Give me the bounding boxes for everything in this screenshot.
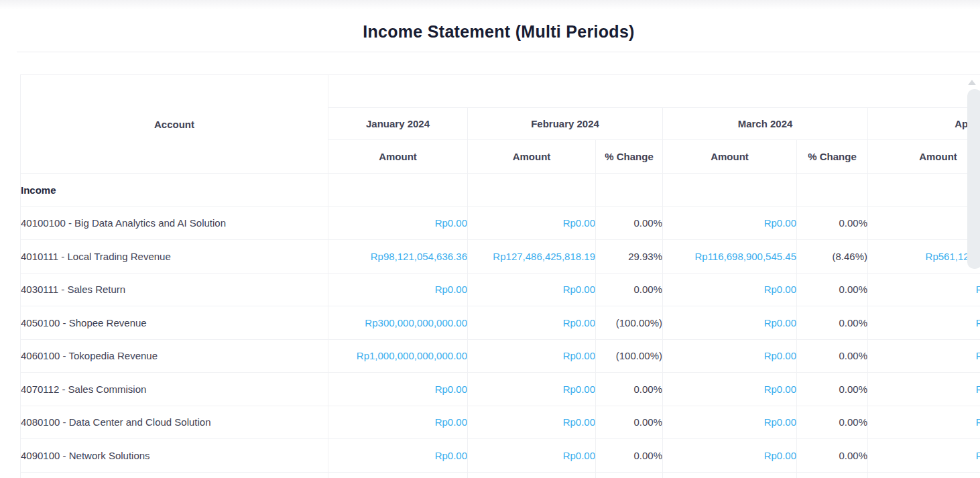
page-title: Income Statement (Multi Periods) — [0, 22, 980, 42]
amount-cell: Rp0.00 — [468, 306, 596, 340]
period-header-january: January 2024 — [328, 108, 468, 140]
amount-cell: Rp0.00 — [663, 439, 797, 473]
change-cell: 0.00% — [797, 306, 868, 340]
top-fade-strip — [0, 0, 980, 9]
table-row: 4070112 - Sales Commision Rp0.00 Rp0.00 … — [21, 373, 980, 406]
table-row: 4050100 - Shopee Revenue Rp300,000,000,0… — [21, 306, 980, 340]
amount-cell: Rp0.00 — [663, 406, 797, 439]
table-row: 4010111 - Local Trading Revenue Rp98,121… — [21, 240, 980, 274]
amount-cell: Rp561,122,462,33 — [868, 240, 980, 274]
amount-cell — [868, 174, 980, 207]
amount-cell: Rp1,000,000,000,000.00 — [328, 339, 468, 373]
column-header-mar-change: % Change — [797, 140, 868, 174]
amount-cell: Rp98,121,054,636.36 — [328, 240, 468, 274]
amount-cell: Rp0.00 — [868, 206, 980, 240]
amount-cell: Rp0.00 — [468, 373, 596, 406]
amount-cell: Rp127,486,425,818.19 — [468, 240, 596, 274]
account-cell: 4070112 - Sales Commision — [21, 373, 328, 406]
table-row: 4090100 - Network Solutions Rp0.00 Rp0.0… — [21, 439, 980, 473]
amount-cell: Rp0.00 — [868, 339, 980, 373]
table-row: 40100100 - Big Data Analytics and AI Sol… — [21, 206, 980, 240]
amount-cell: Rp0.00 — [328, 206, 468, 240]
account-cell: 40100100 - Big Data Analytics and AI Sol… — [21, 206, 328, 240]
header-blank-cell — [328, 75, 980, 108]
change-cell — [797, 174, 868, 207]
change-cell: 0.00% — [596, 439, 663, 473]
scroll-up-arrow-icon[interactable] — [968, 80, 976, 85]
amount-cell: Rp0.00 — [868, 406, 980, 439]
account-cell: 4050100 - Shopee Revenue — [21, 306, 328, 340]
column-header-mar-amount: Amount — [663, 140, 797, 174]
amount-cell: Rp0.00 — [663, 273, 797, 306]
amount-cell: Rp0.00 — [868, 439, 980, 473]
amount-cell — [663, 174, 797, 207]
change-cell: 0.00% — [797, 373, 868, 406]
amount-cell: Rp0.00 — [663, 339, 797, 373]
amount-cell: Rp0.00 — [328, 373, 468, 406]
amount-cell: Rp0.00 — [663, 306, 797, 340]
change-cell: 0.00% — [797, 206, 868, 240]
vertical-scrollbar-thumb[interactable] — [967, 89, 980, 269]
amount-cell: Rp300,000,000,000.00 — [328, 306, 468, 340]
column-header-feb-amount: Amount — [468, 140, 596, 174]
amount-cell: Rp0.00 — [468, 206, 596, 240]
period-header-march: March 2024 — [663, 108, 868, 140]
change-cell: 0.00% — [797, 439, 868, 473]
amount-cell: Rp0.00 — [328, 273, 468, 306]
change-cell: 0.00% — [596, 273, 663, 306]
report-table-viewport: Account January 2024 February 2024 March… — [20, 74, 980, 478]
income-statement-table: Account January 2024 February 2024 March… — [20, 74, 980, 478]
change-cell: 0.00% — [596, 373, 663, 406]
change-cell: (8.46%) — [797, 240, 868, 274]
account-cell: 4090100 - Network Solutions — [21, 439, 328, 473]
period-header-february: February 2024 — [468, 108, 663, 140]
change-cell: 0.00% — [797, 273, 868, 306]
section-label: Income — [21, 174, 328, 207]
table-row: 4060100 - Tokopedia Revenue Rp1,000,000,… — [21, 339, 980, 373]
column-header-apr-amount: Amount — [868, 140, 980, 174]
change-cell — [596, 472, 663, 478]
period-header-april: April 2024 — [868, 108, 980, 140]
amount-cell — [328, 472, 468, 478]
change-cell: 0.00% — [596, 406, 663, 439]
amount-cell — [468, 174, 596, 207]
amount-cell — [868, 472, 980, 478]
amount-cell: Rp0.00 — [328, 406, 468, 439]
change-cell: (100.00%) — [596, 339, 663, 373]
amount-cell: Rp0.00 — [868, 306, 980, 340]
amount-cell — [468, 472, 596, 478]
title-divider — [17, 52, 980, 52]
change-cell: 0.00% — [596, 206, 663, 240]
amount-cell: Rp116,698,900,545.45 — [663, 240, 797, 274]
account-cell: 4030111 - Sales Return — [21, 273, 328, 306]
amount-cell: Rp0.00 — [868, 373, 980, 406]
change-cell: 29.93% — [596, 240, 663, 274]
account-column-header: Account — [21, 75, 328, 174]
change-cell: (100.00%) — [596, 306, 663, 340]
account-cell — [21, 472, 328, 478]
table-row: 4030111 - Sales Return Rp0.00 Rp0.00 0.0… — [21, 273, 980, 306]
column-header-feb-change: % Change — [596, 140, 663, 174]
table-row-income-section: Income — [21, 174, 980, 207]
amount-cell: Rp0.00 — [663, 373, 797, 406]
change-cell: 0.00% — [797, 406, 868, 439]
amount-cell: Rp0.00 — [468, 339, 596, 373]
change-cell: 0.00% — [797, 339, 868, 373]
account-cell: 4010111 - Local Trading Revenue — [21, 240, 328, 274]
amount-cell — [663, 472, 797, 478]
amount-cell: Rp0.00 — [468, 406, 596, 439]
amount-cell: Rp0.00 — [868, 273, 980, 306]
change-cell — [596, 174, 663, 207]
account-cell: 4060100 - Tokopedia Revenue — [21, 339, 328, 373]
account-cell: 4080100 - Data Center and Cloud Solution — [21, 406, 328, 439]
amount-cell — [328, 174, 468, 207]
header-row-top: Account — [21, 75, 980, 108]
table-row: 4080100 - Data Center and Cloud Solution… — [21, 406, 980, 439]
amount-cell: Rp0.00 — [468, 439, 596, 473]
column-header-jan-amount: Amount — [328, 140, 468, 174]
table-row-partial — [21, 472, 980, 478]
amount-cell: Rp0.00 — [328, 439, 468, 473]
change-cell — [797, 472, 868, 478]
amount-cell: Rp0.00 — [663, 206, 797, 240]
amount-cell: Rp0.00 — [468, 273, 596, 306]
